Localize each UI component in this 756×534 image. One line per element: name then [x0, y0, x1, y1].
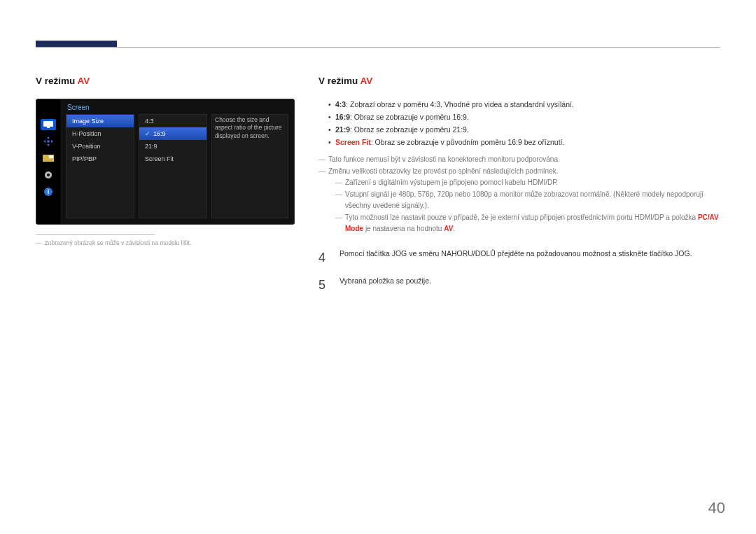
osd-opt-21-9: 21:9	[139, 140, 206, 153]
bullet-screen-fit: Screen Fit: Obraz se zobrazuje v původní…	[328, 136, 720, 149]
osd-screenshot: i Screen Image Size H-Position V-Positio…	[36, 99, 295, 225]
osd-right-list: 4:3 16:9 21:9 Screen Fit	[139, 114, 207, 218]
osd-left-list: Image Size H-Position V-Position PIP/PBP	[66, 114, 134, 218]
heading-left: V režimu AV	[36, 76, 302, 86]
bullet-4-3: 4:3: Zobrazí obraz v poměru 4:3. Vhodné …	[328, 99, 720, 111]
heading-right-av: AV	[360, 76, 373, 86]
monitor-icon	[41, 119, 56, 130]
left-footnote: ―Zobrazený obrázek se může v závislosti …	[36, 239, 302, 246]
svg-rect-1	[47, 127, 50, 128]
left-footnote-text: Zobrazený obrázek se může v závislosti n…	[45, 239, 192, 246]
steps: 4 Pomocí tlačítka JOG ve směru NAHORU/DO…	[318, 248, 720, 295]
osd-item-h-position: H-Position	[66, 127, 134, 140]
notes-block: Tato funkce nemusí být v závislosti na k…	[318, 154, 720, 235]
bullet-21-9: 21:9: Obraz se zobrazuje v poměru 21:9.	[328, 124, 720, 136]
step-4-num: 4	[318, 248, 330, 268]
bullet-fit-label: Screen Fit	[335, 138, 371, 146]
note-2: Změnu velikosti obrazovky lze provést po…	[318, 166, 720, 178]
bullet-4-3-label: 4:3	[335, 100, 346, 108]
header-rule	[36, 47, 720, 48]
bullet-fit-text: : Obraz se zobrazuje v původním poměru 1…	[371, 138, 565, 146]
osd-item-pip-pbp: PIP/PBP	[66, 153, 134, 165]
heading-right-prefix: V režimu	[318, 76, 360, 86]
right-column: V režimu AV 4:3: Zobrazí obraz v poměru …	[318, 76, 720, 302]
osd-item-v-position: V-Position	[66, 140, 134, 153]
osd-body: Image Size H-Position V-Position PIP/PBP…	[60, 114, 294, 224]
bullet-16-9: 16:9: Obraz se zobrazuje v poměru 16:9.	[328, 111, 720, 124]
footnote-rule	[36, 234, 155, 235]
heading-right: V režimu AV	[318, 76, 720, 86]
osd-item-image-size: Image Size	[66, 115, 134, 127]
page-number: 40	[708, 499, 725, 517]
osd-opt-4-3: 4:3	[139, 115, 206, 127]
nav-cross-icon	[41, 136, 56, 147]
left-column: V režimu AV i Screen Image Size	[36, 76, 302, 246]
heading-left-av: AV	[78, 76, 90, 86]
svg-rect-4	[49, 155, 53, 158]
bullet-16-9-text: : Obraz se zobrazuje v poměru 16:9.	[350, 113, 469, 121]
bullet-21-9-text: : Obraz se zobrazuje v poměru 21:9.	[350, 125, 469, 134]
dash-icon: ―	[36, 239, 42, 246]
step-5-num: 5	[318, 275, 330, 295]
osd-title: Screen	[60, 99, 294, 114]
bullet-4-3-text: : Zobrazí obraz v poměru 4:3. Vhodné pro…	[346, 100, 574, 108]
note-2c: Tyto možnosti lze nastavit pouze v přípa…	[335, 212, 720, 235]
step-5-text: Vybraná položka se použije.	[340, 275, 431, 295]
step-4: 4 Pomocí tlačítka JOG ve směru NAHORU/DO…	[318, 248, 720, 268]
osd-opt-16-9: 16:9	[139, 127, 206, 140]
svg-point-6	[47, 174, 50, 176]
osd-help-text: Choose the size and aspect ratio of the …	[211, 114, 288, 218]
bullet-list: 4:3: Zobrazí obraz v poměru 4:3. Vhodné …	[328, 99, 720, 148]
svg-rect-0	[43, 121, 53, 127]
info-icon: i	[41, 186, 56, 197]
bullet-16-9-label: 16:9	[335, 113, 350, 121]
note-2b: Vstupní signál je 480p, 576p, 720p nebo …	[335, 189, 720, 212]
svg-text:i: i	[48, 188, 50, 195]
osd-main: Screen Image Size H-Position V-Position …	[60, 99, 294, 224]
note-2a: Zařízení s digitálním výstupem je připoj…	[335, 177, 720, 189]
bullet-21-9-label: 21:9	[335, 125, 350, 134]
note-2c-a: Tyto možnosti lze nastavit pouze v přípa…	[345, 213, 698, 221]
note-2c-av: AV	[444, 225, 453, 232]
note-2c-c: .	[453, 225, 455, 232]
svg-rect-2	[48, 141, 50, 143]
header-accent-bar	[36, 41, 117, 47]
note-2c-b: je nastavena na hodnotu	[363, 225, 444, 232]
osd-opt-screen-fit: Screen Fit	[139, 153, 206, 165]
step-4-text: Pomocí tlačítka JOG ve směru NAHORU/DOLŮ…	[340, 248, 692, 268]
note-1: Tato funkce nemusí být v závislosti na k…	[318, 154, 720, 166]
step-5: 5 Vybraná položka se použije.	[318, 275, 720, 295]
gear-icon	[41, 169, 56, 181]
pip-icon	[41, 153, 56, 164]
osd-sidebar: i	[36, 99, 60, 224]
heading-left-prefix: V režimu	[36, 76, 78, 86]
